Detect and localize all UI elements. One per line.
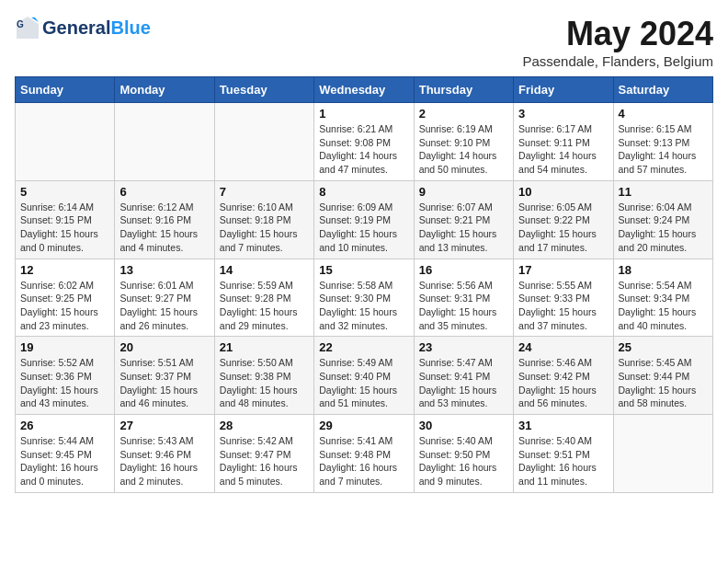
day-number: 1	[319, 107, 408, 121]
day-number: 2	[419, 107, 508, 121]
month-year-title: May 2024	[522, 15, 713, 53]
day-number: 14	[220, 263, 309, 277]
calendar-week-row: 19Sunrise: 5:52 AM Sunset: 9:36 PM Dayli…	[16, 337, 713, 415]
day-info: Sunrise: 6:02 AM Sunset: 9:25 PM Dayligh…	[20, 279, 109, 333]
day-number: 3	[518, 107, 608, 121]
day-number: 21	[220, 340, 309, 354]
weekday-header-wednesday: Wednesday	[314, 77, 414, 103]
day-info: Sunrise: 5:52 AM Sunset: 9:36 PM Dayligh…	[20, 356, 109, 410]
calendar-cell	[16, 103, 115, 181]
day-number: 17	[518, 263, 608, 277]
svg-text:G: G	[17, 19, 24, 29]
weekday-header-thursday: Thursday	[414, 77, 513, 103]
day-info: Sunrise: 6:17 AM Sunset: 9:11 PM Dayligh…	[518, 122, 608, 177]
logo: G GeneralBlue	[15, 15, 151, 40]
weekday-header-friday: Friday	[514, 77, 613, 103]
day-info: Sunrise: 5:46 AM Sunset: 9:42 PM Dayligh…	[518, 356, 608, 410]
calendar-cell: 29Sunrise: 5:41 AM Sunset: 9:48 PM Dayli…	[314, 415, 414, 493]
day-number: 20	[119, 340, 209, 354]
day-info: Sunrise: 6:19 AM Sunset: 9:10 PM Dayligh…	[419, 122, 508, 177]
day-number: 27	[119, 419, 209, 432]
calendar-cell: 26Sunrise: 5:44 AM Sunset: 9:45 PM Dayli…	[16, 415, 115, 493]
calendar-week-row: 26Sunrise: 5:44 AM Sunset: 9:45 PM Dayli…	[16, 415, 713, 493]
day-info: Sunrise: 6:01 AM Sunset: 9:27 PM Dayligh…	[119, 279, 209, 333]
page-header: G GeneralBlue May 2024 Passendale, Fland…	[15, 15, 713, 69]
calendar-cell: 23Sunrise: 5:47 AM Sunset: 9:41 PM Dayli…	[414, 337, 513, 415]
calendar-cell: 2Sunrise: 6:19 AM Sunset: 9:10 PM Daylig…	[414, 103, 513, 181]
calendar-cell: 1Sunrise: 6:21 AM Sunset: 9:08 PM Daylig…	[314, 103, 414, 181]
day-info: Sunrise: 5:44 AM Sunset: 9:45 PM Dayligh…	[20, 434, 109, 488]
weekday-header-sunday: Sunday	[16, 77, 115, 103]
day-info: Sunrise: 5:42 AM Sunset: 9:47 PM Dayligh…	[220, 434, 309, 488]
weekday-header-monday: Monday	[115, 77, 214, 103]
day-number: 26	[20, 419, 109, 432]
calendar-cell: 3Sunrise: 6:17 AM Sunset: 9:11 PM Daylig…	[514, 103, 613, 181]
day-info: Sunrise: 6:10 AM Sunset: 9:18 PM Dayligh…	[220, 201, 309, 255]
calendar-cell: 21Sunrise: 5:50 AM Sunset: 9:38 PM Dayli…	[214, 337, 313, 415]
calendar-cell: 18Sunrise: 5:54 AM Sunset: 9:34 PM Dayli…	[613, 259, 712, 337]
calendar-cell	[214, 103, 313, 181]
calendar-cell: 11Sunrise: 6:04 AM Sunset: 9:24 PM Dayli…	[613, 180, 712, 259]
day-number: 18	[619, 263, 708, 277]
calendar-cell: 6Sunrise: 6:12 AM Sunset: 9:16 PM Daylig…	[115, 180, 214, 259]
day-number: 9	[419, 185, 508, 199]
weekday-header-row: SundayMondayTuesdayWednesdayThursdayFrid…	[16, 77, 713, 103]
calendar-week-row: 5Sunrise: 6:14 AM Sunset: 9:15 PM Daylig…	[16, 180, 713, 259]
day-number: 25	[619, 340, 708, 354]
day-number: 30	[419, 419, 508, 432]
day-info: Sunrise: 6:04 AM Sunset: 9:24 PM Dayligh…	[619, 201, 708, 255]
calendar-cell: 24Sunrise: 5:46 AM Sunset: 9:42 PM Dayli…	[514, 337, 613, 415]
day-info: Sunrise: 6:12 AM Sunset: 9:16 PM Dayligh…	[119, 201, 209, 255]
calendar-cell: 31Sunrise: 5:40 AM Sunset: 9:51 PM Dayli…	[514, 415, 613, 493]
day-info: Sunrise: 5:56 AM Sunset: 9:31 PM Dayligh…	[419, 279, 508, 333]
day-info: Sunrise: 5:59 AM Sunset: 9:28 PM Dayligh…	[220, 279, 309, 333]
calendar-week-row: 12Sunrise: 6:02 AM Sunset: 9:25 PM Dayli…	[16, 259, 713, 337]
calendar-cell: 30Sunrise: 5:40 AM Sunset: 9:50 PM Dayli…	[414, 415, 513, 493]
day-info: Sunrise: 6:21 AM Sunset: 9:08 PM Dayligh…	[319, 122, 408, 177]
calendar-cell: 4Sunrise: 6:15 AM Sunset: 9:13 PM Daylig…	[613, 103, 712, 181]
day-info: Sunrise: 5:47 AM Sunset: 9:41 PM Dayligh…	[419, 356, 508, 410]
day-info: Sunrise: 5:55 AM Sunset: 9:33 PM Dayligh…	[518, 279, 608, 333]
calendar-cell: 16Sunrise: 5:56 AM Sunset: 9:31 PM Dayli…	[414, 259, 513, 337]
day-info: Sunrise: 5:49 AM Sunset: 9:40 PM Dayligh…	[319, 356, 408, 410]
title-area: May 2024 Passendale, Flanders, Belgium	[522, 15, 713, 69]
day-number: 12	[20, 263, 109, 277]
day-number: 24	[518, 340, 608, 354]
calendar-cell: 13Sunrise: 6:01 AM Sunset: 9:27 PM Dayli…	[115, 259, 214, 337]
logo-text: GeneralBlue	[42, 17, 151, 38]
calendar-cell	[613, 415, 712, 493]
calendar-table: SundayMondayTuesdayWednesdayThursdayFrid…	[15, 76, 713, 493]
day-info: Sunrise: 5:43 AM Sunset: 9:46 PM Dayligh…	[119, 434, 209, 488]
day-info: Sunrise: 6:15 AM Sunset: 9:13 PM Dayligh…	[619, 122, 708, 177]
day-info: Sunrise: 5:54 AM Sunset: 9:34 PM Dayligh…	[619, 279, 708, 333]
day-info: Sunrise: 5:51 AM Sunset: 9:37 PM Dayligh…	[119, 356, 209, 410]
calendar-cell: 17Sunrise: 5:55 AM Sunset: 9:33 PM Dayli…	[514, 259, 613, 337]
day-number: 22	[319, 340, 408, 354]
calendar-week-row: 1Sunrise: 6:21 AM Sunset: 9:08 PM Daylig…	[16, 103, 713, 181]
day-info: Sunrise: 5:45 AM Sunset: 9:44 PM Dayligh…	[619, 356, 708, 410]
calendar-cell: 9Sunrise: 6:07 AM Sunset: 9:21 PM Daylig…	[414, 180, 513, 259]
day-number: 4	[619, 107, 708, 121]
day-info: Sunrise: 5:41 AM Sunset: 9:48 PM Dayligh…	[319, 434, 408, 488]
weekday-header-saturday: Saturday	[613, 77, 712, 103]
day-info: Sunrise: 5:40 AM Sunset: 9:51 PM Dayligh…	[518, 434, 608, 488]
day-number: 19	[20, 340, 109, 354]
calendar-cell: 27Sunrise: 5:43 AM Sunset: 9:46 PM Dayli…	[115, 415, 214, 493]
day-info: Sunrise: 6:05 AM Sunset: 9:22 PM Dayligh…	[518, 201, 608, 255]
day-number: 16	[419, 263, 508, 277]
calendar-cell: 25Sunrise: 5:45 AM Sunset: 9:44 PM Dayli…	[613, 337, 712, 415]
calendar-cell: 28Sunrise: 5:42 AM Sunset: 9:47 PM Dayli…	[214, 415, 313, 493]
day-number: 5	[20, 185, 109, 199]
calendar-cell: 15Sunrise: 5:58 AM Sunset: 9:30 PM Dayli…	[314, 259, 414, 337]
calendar-cell: 20Sunrise: 5:51 AM Sunset: 9:37 PM Dayli…	[115, 337, 214, 415]
day-number: 13	[119, 263, 209, 277]
day-info: Sunrise: 6:14 AM Sunset: 9:15 PM Dayligh…	[20, 201, 109, 255]
calendar-cell: 10Sunrise: 6:05 AM Sunset: 9:22 PM Dayli…	[514, 180, 613, 259]
calendar-cell: 5Sunrise: 6:14 AM Sunset: 9:15 PM Daylig…	[16, 180, 115, 259]
day-number: 15	[319, 263, 408, 277]
day-info: Sunrise: 5:58 AM Sunset: 9:30 PM Dayligh…	[319, 279, 408, 333]
calendar-cell: 19Sunrise: 5:52 AM Sunset: 9:36 PM Dayli…	[16, 337, 115, 415]
day-number: 31	[518, 419, 608, 432]
calendar-cell: 14Sunrise: 5:59 AM Sunset: 9:28 PM Dayli…	[214, 259, 313, 337]
calendar-cell: 12Sunrise: 6:02 AM Sunset: 9:25 PM Dayli…	[16, 259, 115, 337]
